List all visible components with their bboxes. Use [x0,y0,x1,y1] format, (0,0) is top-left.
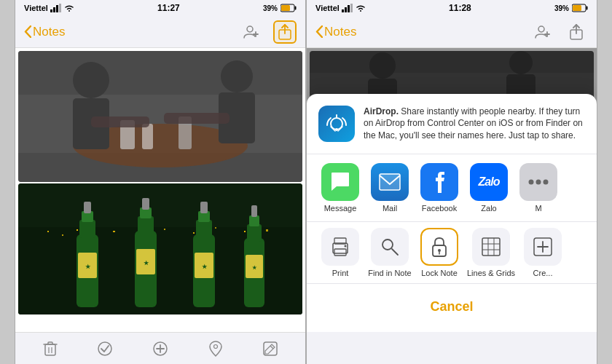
share-button-left[interactable] [273,20,297,44]
svg-text:★: ★ [144,260,149,266]
battery-icon-right [572,4,588,12]
mail-app-icon [371,163,409,201]
carrier-text-right: Viettel [315,4,340,12]
app-zalo[interactable]: Zalo Zalo [467,163,511,213]
svg-point-66 [213,344,217,348]
location-button[interactable] [203,336,229,362]
message-label: Message [324,204,357,213]
svg-rect-72 [350,4,353,12]
svg-point-76 [538,26,544,32]
status-bar-right: Viettel 11:28 39% [307,0,597,16]
airdrop-row: AirDrop. Share instantly with people nea… [318,106,585,142]
svg-rect-105 [333,243,348,253]
svg-point-102 [529,180,534,185]
photo-people-svg [18,51,302,182]
nav-bar-left: Notes [15,16,305,48]
facebook-label: Facebook [422,204,457,213]
message-icon [329,171,351,193]
svg-rect-2 [56,5,58,12]
back-button-left[interactable]: Notes [24,25,65,39]
delete-button[interactable] [37,336,63,362]
action-print[interactable]: Print [318,228,362,277]
back-button-right[interactable]: Notes [315,25,356,39]
print-label: Print [332,269,349,277]
action-create[interactable]: Cre... [521,228,565,277]
app-more[interactable]: M [517,163,560,213]
add-person-button-right[interactable] [531,20,554,44]
nav-bar-right: Notes [307,16,597,48]
svg-rect-6 [281,5,290,11]
svg-text:★: ★ [202,264,208,270]
svg-rect-70 [345,7,347,12]
svg-rect-50 [200,202,208,213]
app-message[interactable]: Message [318,163,362,213]
svg-rect-100 [380,174,400,190]
add-person-icon-right [535,24,551,40]
action-lines-grids[interactable]: Lines & Grids [467,228,515,277]
svg-point-62 [98,342,111,355]
app-facebook[interactable]: Facebook [417,163,461,213]
svg-rect-31 [193,232,195,234]
content-area-left: ★ ★ ★ [15,48,305,332]
message-app-icon [321,163,359,201]
carrier-text: Viettel [24,4,48,12]
svg-rect-114 [482,238,500,256]
action-lock-note[interactable]: Lock Note [417,228,461,277]
phone-left: Viettel 11:27 39% [15,0,306,364]
cancel-button[interactable]: Cancel [318,290,585,323]
actions-section: Print Find in Note [307,222,597,284]
svg-rect-55 [249,215,259,226]
status-left: Viettel [24,4,74,12]
svg-point-109 [382,240,393,250]
find-in-note-icon-box [371,228,409,266]
print-icon [330,237,350,256]
add-person-button[interactable] [240,20,263,44]
trash-icon [43,341,58,357]
svg-rect-56 [251,205,257,217]
svg-rect-44 [142,198,149,210]
svg-line-110 [392,249,398,255]
action-find-in-note[interactable]: Find in Note [368,228,412,277]
svg-rect-71 [348,5,350,12]
svg-point-99 [335,128,338,131]
svg-rect-54 [247,224,262,242]
apps-section: Message Mail [307,154,597,222]
lines-grids-icon [482,237,501,256]
svg-rect-69 [342,9,344,12]
phones-container: Viettel 11:27 39% [0,0,612,364]
mail-label: Mail [382,204,397,213]
lock-note-icon-box [420,228,458,266]
photo-people [18,51,302,182]
photo-bottles: ★ ★ ★ [18,183,302,314]
more-app-icon [519,163,557,201]
airdrop-section: AirDrop. Share instantly with people nea… [307,94,597,154]
svg-rect-5 [295,7,297,10]
more-icon [528,179,549,185]
chevron-left-icon-right [315,25,323,38]
nav-actions-left [240,20,297,44]
svg-rect-75 [573,5,581,11]
svg-rect-34 [266,229,268,232]
airdrop-title: AirDrop. [364,106,399,116]
svg-rect-74 [586,7,588,10]
edit-button[interactable] [257,336,283,362]
add-button[interactable] [147,336,173,362]
airdrop-text: AirDrop. Share instantly with people nea… [364,106,585,142]
airdrop-icon [318,106,355,142]
svg-rect-25 [47,231,49,232]
share-icon [278,24,292,40]
checkmark-button[interactable] [92,336,118,362]
app-mail[interactable]: Mail [368,163,412,213]
svg-rect-30 [164,229,165,230]
status-right-right: 39% [554,4,588,12]
svg-rect-38 [84,202,91,213]
share-button-right[interactable] [565,20,588,44]
svg-rect-3 [59,4,61,12]
share-icon-right [569,24,584,40]
checkmark-icon [97,341,113,357]
signal-icon [50,4,62,12]
svg-point-104 [544,180,549,185]
svg-rect-32 [215,227,216,229]
svg-point-19 [221,60,253,92]
zalo-text: Zalo [479,175,500,189]
